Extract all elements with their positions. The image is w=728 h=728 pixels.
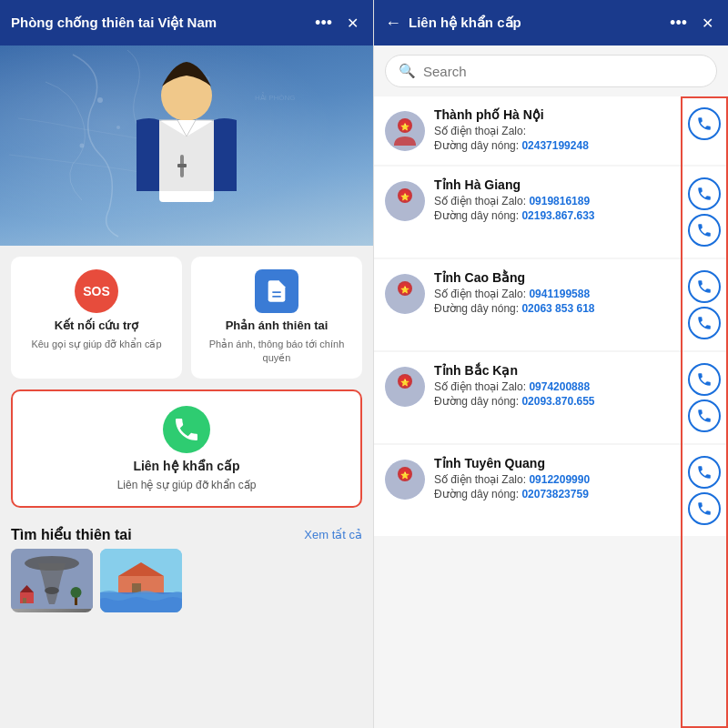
contact-info-hanoi: Thành phố Hà Nội Số điện thoại Zalo: Đườ…: [434, 107, 679, 154]
search-icon: 🔍: [399, 63, 416, 79]
right-title: Liên hệ khẩn cấp: [409, 15, 659, 31]
sos-title: Kết nối cứu trợ: [55, 318, 139, 332]
sos-icon: SOS: [75, 269, 118, 313]
hotline-number-hanoi: 02437199248: [521, 139, 588, 152]
sos-desc: Kêu gọi sự giúp đỡ khẩn cấp: [31, 338, 161, 351]
flood-thumbnail[interactable]: [100, 549, 182, 612]
call-button-hagiang-zalo[interactable]: [688, 177, 721, 210]
search-input[interactable]: [423, 64, 703, 79]
hotline-number-hagiang: 02193.867.633: [521, 209, 594, 222]
right-header: ← Liên hệ khẩn cấp ••• ✕: [374, 0, 728, 46]
contact-item-caobang: ⭐ Tỉnh Cao Bằng Số điện thoại Zalo: 0941…: [374, 259, 728, 350]
hotline-caobang: Đường dây nóng: 02063 853 618: [434, 302, 679, 315]
report-desc: Phản ánh, thông báo tới chính quyền: [200, 338, 353, 366]
contact-name-hanoi: Thành phố Hà Nội: [434, 107, 679, 122]
zalo-label-hanoi: Số điện thoại Zalo:: [434, 125, 679, 137]
contact-name-backan: Tỉnh Bắc Kạn: [434, 363, 679, 378]
tornado-thumbnail[interactable]: [11, 549, 93, 612]
contacts-wrapper: ⭐ Thành phố Hà Nội Số điện thoại Zalo: Đ…: [374, 96, 728, 728]
zalo-number-tuyenquang: 0912209990: [529, 473, 590, 486]
contact-item-backan: ⭐ Tỉnh Bắc Kạn Số điện thoại Zalo: 09742…: [374, 352, 728, 443]
left-panel: Phòng chống thiên tai Việt Nam ••• ✕ HÀ …: [0, 0, 373, 728]
contact-info-backan: Tỉnh Bắc Kạn Số điện thoại Zalo: 0974200…: [434, 363, 679, 410]
zalo-number-hagiang: 0919816189: [529, 195, 590, 207]
call-button-hanoi-hotline[interactable]: [688, 107, 721, 140]
hotline-tuyenquang: Đường dây nóng: 02073823759: [434, 488, 679, 500]
hotline-backan: Đường dây nóng: 02093.870.655: [434, 395, 679, 408]
back-button[interactable]: ←: [385, 14, 401, 33]
zalo-backan: Số điện thoại Zalo: 0974200888: [434, 380, 679, 393]
report-title: Phản ánh thiên tai: [226, 318, 329, 332]
hero-image: HÀ NỘI HẢI PHÒNG: [0, 46, 373, 246]
svg-text:⭐: ⭐: [400, 378, 410, 387]
zalo-tuyenquang: Số điện thoại Zalo: 0912209990: [434, 473, 679, 486]
thumbnail-row: [0, 549, 373, 612]
contact-info-tuyenquang: Tỉnh Tuyên Quang Số điện thoại Zalo: 091…: [434, 456, 679, 502]
contact-info-caobang: Tỉnh Cao Bằng Số điện thoại Zalo: 094119…: [434, 270, 679, 317]
report-card[interactable]: Phản ánh thiên tai Phản ánh, thông báo t…: [191, 257, 362, 379]
left-header: Phòng chống thiên tai Việt Nam ••• ✕: [0, 0, 373, 46]
avatar-hanoi: ⭐: [385, 111, 425, 151]
contact-item-tuyenquang: ⭐ Tỉnh Tuyên Quang Số điện thoại Zalo: 0…: [374, 445, 728, 536]
emergency-card[interactable]: Liên hệ khẩn cấp Liên hệ sự giúp đỡ khẩn…: [11, 389, 362, 508]
svg-rect-8: [177, 164, 187, 167]
emergency-title: Liên hệ khẩn cấp: [133, 459, 239, 473]
contacts-list: ⭐ Thành phố Hà Nội Số điện thoại Zalo: Đ…: [374, 96, 728, 545]
hotline-number-tuyenquang: 02073823759: [521, 488, 588, 500]
zalo-number-caobang: 0941199588: [529, 288, 590, 300]
emergency-desc: Liên hệ sự giúp đỡ khẩn cấp: [117, 479, 257, 491]
emergency-phone-icon: [163, 406, 210, 453]
avatar-tuyenquang: ⭐: [385, 460, 425, 500]
svg-text:⭐: ⭐: [400, 470, 410, 480]
left-more-button[interactable]: •••: [311, 10, 336, 36]
view-all-link[interactable]: Xem tất cả: [304, 528, 362, 541]
contact-name-caobang: Tỉnh Cao Bằng: [434, 270, 679, 285]
contact-item-hagiang: ⭐ Tỉnh Hà Giang Số điện thoại Zalo: 0919…: [374, 167, 728, 258]
right-close-button[interactable]: ✕: [698, 11, 717, 35]
contact-name-hagiang: Tỉnh Hà Giang: [434, 177, 679, 192]
hotline-number-backan: 02093.870.655: [521, 395, 594, 408]
doc-icon: [255, 269, 298, 313]
call-buttons-caobang: [688, 270, 721, 339]
hotline-hanoi: Đường dây nóng: 02437199248: [434, 139, 679, 152]
search-box[interactable]: 🔍: [385, 55, 717, 87]
call-button-caobang-zalo[interactable]: [688, 270, 721, 303]
left-app-title: Phòng chống thiên tai Việt Nam: [11, 15, 304, 31]
section-title: Tìm hiểu thiên tai: [11, 526, 132, 543]
call-buttons-hanoi: [688, 107, 721, 140]
svg-rect-16: [23, 598, 26, 603]
call-buttons-hagiang: [688, 177, 721, 247]
zalo-number-backan: 0974200888: [529, 380, 590, 393]
section-header: Tìm hiểu thiên tai Xem tất cả: [0, 519, 373, 549]
hotline-hagiang: Đường dây nóng: 02193.867.633: [434, 209, 679, 222]
left-close-button[interactable]: ✕: [343, 11, 362, 35]
right-panel: ← Liên hệ khẩn cấp ••• ✕ 🔍 ⭐: [373, 0, 728, 728]
svg-text:⭐: ⭐: [400, 192, 410, 201]
call-button-tuyenquang-zalo[interactable]: [688, 456, 721, 489]
avatar-hagiang: ⭐: [385, 181, 425, 221]
avatar-backan: ⭐: [385, 367, 425, 407]
avatar-caobang: ⭐: [385, 274, 425, 314]
call-button-backan-hotline[interactable]: [688, 399, 721, 432]
contact-name-tuyenquang: Tỉnh Tuyên Quang: [434, 456, 679, 470]
call-button-backan-zalo[interactable]: [688, 363, 721, 396]
zalo-caobang: Số điện thoại Zalo: 0941199588: [434, 288, 679, 300]
actions-row: SOS Kết nối cứu trợ Kêu gọi sự giúp đỡ k…: [0, 246, 373, 389]
right-more-button[interactable]: •••: [666, 10, 691, 36]
svg-text:⭐: ⭐: [400, 122, 410, 131]
svg-text:⭐: ⭐: [400, 285, 410, 294]
sos-card[interactable]: SOS Kết nối cứu trợ Kêu gọi sự giúp đỡ k…: [11, 257, 182, 379]
svg-point-18: [71, 587, 82, 598]
call-buttons-tuyenquang: [688, 456, 721, 525]
person-figure: [0, 46, 373, 246]
contact-info-hagiang: Tỉnh Hà Giang Số điện thoại Zalo: 091981…: [434, 177, 679, 224]
hotline-number-caobang: 02063 853 618: [521, 302, 594, 315]
svg-point-13: [45, 587, 59, 594]
call-buttons-backan: [688, 363, 721, 432]
zalo-hagiang: Số điện thoại Zalo: 0919816189: [434, 195, 679, 207]
call-button-caobang-hotline[interactable]: [688, 307, 721, 339]
call-button-tuyenquang-hotline[interactable]: [688, 492, 721, 525]
contact-item-hanoi: ⭐ Thành phố Hà Nội Số điện thoại Zalo: Đ…: [374, 96, 728, 165]
call-button-hagiang-hotline[interactable]: [688, 214, 721, 247]
svg-rect-14: [20, 592, 34, 603]
